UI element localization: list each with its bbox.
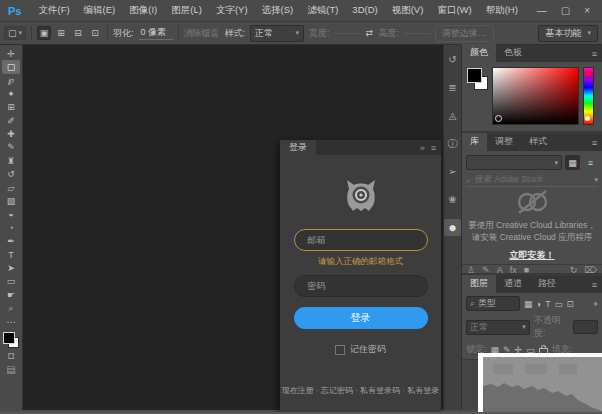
refine-edge-button[interactable]: 调整边缘… bbox=[435, 25, 494, 42]
footer-link-forgot-password[interactable]: 忘记密码 bbox=[314, 386, 353, 395]
tool-preset-picker[interactable]: ▢ ▾ bbox=[4, 26, 26, 40]
tool-pen[interactable]: ✒ bbox=[2, 234, 20, 247]
tab-libraries[interactable]: 库 bbox=[462, 133, 487, 151]
foreground-color-swatch[interactable] bbox=[3, 332, 15, 344]
selection-mode-subtract-from-selection[interactable]: ⊟ bbox=[71, 26, 85, 40]
tool-brush[interactable]: ✎ bbox=[2, 141, 20, 154]
collapse-panel-icon[interactable]: » bbox=[420, 143, 425, 153]
library-action-add-character-style[interactable]: A bbox=[497, 265, 503, 275]
panel-menu-icon[interactable]: ≡ bbox=[587, 49, 602, 62]
tool-rectangular-marquee[interactable]: ▢ bbox=[2, 60, 20, 73]
feather-input[interactable]: 0 像素 bbox=[139, 26, 173, 40]
selection-mode-new-selection[interactable]: ▣ bbox=[37, 26, 51, 40]
footer-link-register[interactable]: 现在注册 bbox=[282, 386, 314, 395]
style-select[interactable]: 正常 ▾ bbox=[250, 25, 304, 42]
tool-clone-stamp[interactable]: ♜ bbox=[2, 154, 20, 167]
height-input[interactable] bbox=[404, 33, 430, 34]
panel-menu-icon[interactable]: ≡ bbox=[431, 143, 436, 153]
tool-type[interactable]: T bbox=[2, 248, 20, 261]
window-control-minimize[interactable]: — bbox=[537, 5, 547, 16]
library-action-add-layer-style[interactable]: fx bbox=[510, 265, 517, 275]
tool-lasso[interactable]: ℘ bbox=[2, 74, 20, 87]
tab-paths[interactable]: 路径 bbox=[530, 275, 564, 293]
window-control-close[interactable]: × bbox=[584, 5, 590, 16]
panel-menu-icon[interactable]: ≡ bbox=[587, 138, 602, 151]
saturation-brightness-picker[interactable] bbox=[492, 67, 579, 125]
layer-filter-filter-shape-layers[interactable]: ▭ bbox=[554, 299, 562, 309]
menu-image[interactable]: 图像(I) bbox=[122, 4, 164, 17]
tool-edit-toolbar[interactable]: ⋯ bbox=[2, 315, 20, 328]
filter-toggle-icon[interactable]: ● bbox=[593, 299, 598, 308]
foreground-background-swatches[interactable] bbox=[466, 67, 488, 91]
selection-mode-intersect-with-selection[interactable]: ⊡ bbox=[88, 26, 102, 40]
library-action-add-brush[interactable]: ✎ bbox=[482, 265, 490, 275]
footer-link-private-login-code[interactable]: 私有登录码 bbox=[353, 386, 400, 395]
dock-panel-history[interactable]: ↺ bbox=[444, 51, 461, 68]
tab-layers[interactable]: 图层 bbox=[462, 275, 496, 293]
dock-panel-brush-settings[interactable]: ❀ bbox=[444, 191, 461, 208]
width-input[interactable] bbox=[335, 33, 361, 34]
foreground-background-swatches[interactable] bbox=[3, 332, 19, 348]
tab-adjustments[interactable]: 调整 bbox=[487, 133, 521, 151]
layer-filter-filter-pixel-layers[interactable]: ▦ bbox=[524, 299, 532, 309]
hue-slider[interactable] bbox=[583, 67, 594, 125]
panel-menu-icon[interactable]: ≡ bbox=[587, 280, 602, 293]
dock-panel-3d[interactable]: ◬ bbox=[444, 107, 461, 124]
screen-mode-button[interactable]: ▤ bbox=[6, 364, 15, 375]
menu-type[interactable]: 文字(Y) bbox=[209, 4, 255, 17]
foreground-color-swatch[interactable] bbox=[467, 68, 482, 83]
login-button[interactable]: 登录 bbox=[294, 307, 428, 329]
tab-channels[interactable]: 通道 bbox=[496, 275, 530, 293]
menu-view[interactable]: 视图(V) bbox=[385, 4, 431, 17]
dock-panel-info[interactable]: ⓘ bbox=[444, 135, 461, 152]
library-action-delete[interactable]: ⌦ bbox=[584, 265, 597, 275]
tool-dodge[interactable]: ◔ bbox=[2, 221, 20, 234]
tool-spot-healing-brush[interactable]: ✚ bbox=[2, 127, 20, 140]
tool-blur[interactable]: ◒ bbox=[2, 208, 20, 221]
window-control-maximize[interactable]: ▢ bbox=[561, 5, 570, 16]
email-field[interactable]: 邮箱 bbox=[294, 229, 428, 251]
tool-quick-selection[interactable]: ✦ bbox=[2, 87, 20, 100]
blend-mode-select[interactable]: 正常 ▾ bbox=[466, 320, 530, 335]
password-field[interactable]: 密码 bbox=[294, 275, 428, 297]
menu-select[interactable]: 选择(S) bbox=[255, 4, 301, 17]
tool-gradient[interactable]: ▧ bbox=[2, 194, 20, 207]
library-action-sync[interactable]: ↻ bbox=[570, 265, 578, 275]
menu-filter[interactable]: 滤镜(T) bbox=[300, 4, 345, 17]
tool-eyedropper[interactable]: ✐ bbox=[2, 114, 20, 127]
login-tab[interactable]: 登录 bbox=[280, 140, 316, 156]
tool-move[interactable]: ✛ bbox=[2, 47, 20, 60]
menu-layer[interactable]: 图层(L) bbox=[164, 4, 209, 17]
tool-hand[interactable]: ☛ bbox=[2, 288, 20, 301]
hue-slider-marker[interactable] bbox=[585, 116, 590, 121]
library-action-add-graphic[interactable]: ♙ bbox=[467, 265, 475, 275]
menu-help[interactable]: 帮助(H) bbox=[479, 4, 525, 17]
remember-password-checkbox[interactable] bbox=[335, 345, 345, 355]
dock-panel-learn[interactable]: ➢ bbox=[444, 163, 461, 180]
menu-window[interactable]: 窗口(W) bbox=[430, 4, 478, 17]
dock-panel-properties[interactable]: ≣ bbox=[444, 79, 461, 96]
tool-crop[interactable]: ⊞ bbox=[2, 101, 20, 114]
opacity-input[interactable] bbox=[573, 320, 598, 334]
menu-file[interactable]: 文件(F) bbox=[31, 4, 76, 17]
layer-filter-filter-smart-objects[interactable]: ⊡ bbox=[566, 299, 573, 309]
tool-zoom[interactable]: ⌕ bbox=[2, 301, 20, 314]
workspace-select[interactable]: 基本功能 ▾ bbox=[538, 25, 598, 42]
layer-filter-filter-adjustment-layers[interactable]: ◑ bbox=[536, 299, 541, 309]
color-picker-marker[interactable] bbox=[495, 115, 502, 122]
footer-link-private-login[interactable]: 私有登录 bbox=[400, 386, 439, 395]
menu-edit[interactable]: 编辑(E) bbox=[77, 4, 123, 17]
tab-styles[interactable]: 样式 bbox=[521, 133, 555, 151]
menu-3d[interactable]: 3D(D) bbox=[345, 4, 384, 17]
swap-dimensions-icon[interactable]: ⇄ bbox=[366, 28, 374, 38]
library-action-add-color[interactable]: ■ bbox=[524, 265, 529, 275]
install-now-link[interactable]: 立即安装！ bbox=[510, 249, 555, 262]
list-view-button[interactable]: ≡ bbox=[583, 155, 598, 170]
layer-filter-select[interactable]: ⌕ 类型 bbox=[466, 296, 520, 311]
grid-view-button[interactable]: ▦ bbox=[565, 155, 580, 170]
selection-mode-add-to-selection[interactable]: ⊞ bbox=[54, 26, 68, 40]
library-search-input[interactable]: ⌕ 搜索 Adobe Stock ▾ bbox=[466, 174, 598, 187]
layer-filter-filter-type-layers[interactable]: T bbox=[545, 299, 550, 309]
tab-swatches[interactable]: 色板 bbox=[496, 44, 530, 62]
tool-path-selection[interactable]: ➤ bbox=[2, 261, 20, 274]
